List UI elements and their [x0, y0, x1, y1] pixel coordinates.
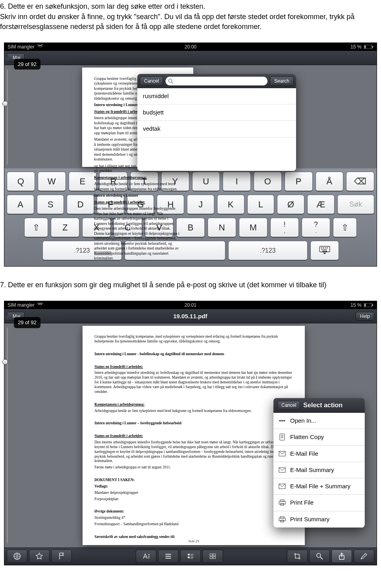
doc-text: Gruppa besitter tverrfaglig kompetanse, …	[94, 335, 293, 344]
screenshot-actions: SIM mangler 20:01 15 % Mai 19.05.11.pdf …	[4, 301, 377, 565]
print-icon	[278, 516, 286, 523]
doc-heading: Intern utredning i Lunner – forebyggende…	[94, 421, 293, 426]
help-button[interactable]: Help	[356, 312, 374, 321]
key-ae[interactable]: Æ	[307, 195, 335, 215]
key-w[interactable]: W	[38, 172, 66, 191]
svg-rect-9	[327, 248, 328, 248]
svg-rect-10	[321, 249, 323, 250]
key-u[interactable]: U	[192, 172, 220, 191]
key-e[interactable]: E	[69, 172, 97, 191]
action-print-file[interactable]: Print File	[273, 495, 365, 511]
svg-rect-31	[188, 554, 190, 555]
action-print-summary[interactable]: Print Summary	[273, 511, 365, 528]
action-sheet-title: Select action	[303, 401, 343, 410]
key-i[interactable]: I	[223, 172, 251, 191]
svg-rect-24	[280, 500, 284, 501]
instruction-6-line2: Skriv inn ordet du ønsker å finne, og tr…	[0, 12, 381, 31]
page-counter: 29 of 92	[14, 317, 40, 328]
key-q[interactable]: Q	[7, 172, 35, 191]
doc-heading: Status og framdrift i arbeidet:	[94, 200, 181, 205]
search-suggestion[interactable]: rusmiddel	[137, 88, 296, 104]
tool-bookmarks[interactable]	[180, 549, 201, 563]
doc-text: Den interne arbeidsgruppen innenfor fore…	[94, 440, 293, 464]
action-sheet: Cancel Select action ••• Open In... Flat…	[273, 398, 365, 528]
key-o[interactable]: O	[254, 172, 282, 191]
scroll-thumb[interactable]	[2, 101, 8, 106]
svg-rect-17	[280, 434, 285, 440]
key-period[interactable]: ?.	[302, 218, 330, 238]
search-cancel-button[interactable]: Cancel	[140, 76, 163, 86]
key-oe[interactable]: Ø	[277, 195, 304, 215]
search-suggestion[interactable]: budsjett	[137, 104, 296, 121]
key-z[interactable]: Z	[51, 218, 79, 238]
svg-rect-34	[213, 554, 216, 556]
action-email-file-summary[interactable]: E-Mail File + Summary	[273, 478, 365, 495]
doc-heading: DOKUMENT I SAKEN:	[94, 478, 293, 483]
key-comma[interactable]: !,	[270, 218, 299, 238]
status-time: 20:00	[4, 44, 377, 50]
key-l[interactable]: L	[247, 195, 275, 215]
doc-heading: Vedlagt:	[94, 484, 293, 489]
tool-edit[interactable]	[354, 549, 374, 563]
search-suggestion[interactable]: vedtak	[137, 121, 296, 137]
action-email-file[interactable]: E-Mail File	[273, 446, 365, 462]
status-bar: SIM mangler 20:00 15 %	[4, 43, 377, 51]
instruction-6-line1: 6. Dette er en søkefunksjon, som lar deg…	[0, 2, 381, 11]
doc-text: Arbeidsgruppa består av fem sykepleiere …	[94, 409, 293, 414]
key-shift-left[interactable]: ⇧	[24, 218, 48, 238]
doc-text: Den interne arbeidsgruppen innenfor fore…	[94, 206, 181, 261]
action-cancel-button[interactable]: Cancel	[277, 401, 300, 410]
key-p[interactable]: P	[285, 172, 313, 191]
nav-bar: Mai	[4, 51, 377, 65]
search-go-button[interactable]: Search	[270, 76, 294, 86]
key-shift-right[interactable]: ⇧	[333, 218, 357, 238]
status-bar: SIM mangler 20:01 15 %	[4, 301, 377, 309]
tool-search[interactable]	[309, 549, 330, 563]
tool-crop[interactable]	[287, 549, 308, 563]
tool-star[interactable]	[29, 549, 50, 563]
svg-rect-33	[210, 554, 212, 556]
key-j[interactable]: J	[187, 195, 214, 215]
doc-text: Forstudierapport – Samhandlingsreformen …	[94, 522, 293, 527]
page-counter: 29 of 92	[14, 59, 40, 70]
key-s[interactable]: S	[37, 195, 64, 215]
key-numbers-right[interactable]: .?123	[228, 241, 308, 261]
search-popover: Cancel Search rusmiddel budsjett vedtak	[137, 74, 296, 171]
key-k[interactable]: K	[217, 195, 244, 215]
doc-heading: Status og framdrift i arbeidet:	[94, 434, 293, 439]
doc-heading: Kompetansen i arbeidsgruppa:	[94, 402, 293, 407]
doc-heading: Intern utredning i Lunner - bofellesskap…	[94, 352, 293, 357]
scroll-thumb[interactable]	[2, 359, 8, 365]
svg-rect-36	[213, 557, 216, 559]
tool-grid[interactable]	[202, 549, 223, 563]
action-email-summary[interactable]: E-Mail Summary	[273, 462, 365, 478]
doc-heading: Status og framdrift i arbeidet:	[94, 365, 293, 369]
scroll-track[interactable]	[4, 323, 11, 547]
tool-outline[interactable]	[158, 549, 179, 563]
tool-share[interactable]	[331, 549, 352, 563]
document-page[interactable]: Gruppa besitter tverrfaglig kompetanse, …	[83, 326, 305, 545]
key-d[interactable]: D	[67, 195, 94, 215]
svg-rect-13	[322, 251, 327, 251]
key-aa[interactable]: Å	[316, 172, 344, 191]
doc-icon	[278, 433, 286, 441]
instruction-7: 7. Dette er en funksjon som gir deg muli…	[0, 279, 381, 298]
search-highlight: Rusmiddel	[94, 251, 111, 255]
key-n[interactable]: N	[208, 218, 236, 238]
key-m[interactable]: M	[239, 218, 267, 238]
doc-text: Mandater delprosjektgrupper	[94, 491, 293, 495]
scroll-track[interactable]	[4, 65, 11, 168]
svg-rect-8	[325, 248, 326, 248]
search-input[interactable]	[165, 77, 267, 85]
key-search[interactable]: Søk	[337, 195, 374, 215]
tool-flag[interactable]	[51, 549, 72, 563]
tool-text[interactable]	[136, 549, 156, 563]
key-a[interactable]: A	[7, 195, 34, 215]
mail-icon	[278, 450, 286, 457]
tool-browse[interactable]	[7, 549, 27, 563]
action-open-in[interactable]: ••• Open In...	[273, 413, 365, 429]
action-flatten-copy[interactable]: Flatten Copy	[273, 429, 365, 445]
key-hide-keyboard[interactable]	[310, 241, 339, 261]
key-backspace[interactable]: ⌫	[346, 172, 374, 191]
mail-icon	[278, 483, 286, 490]
